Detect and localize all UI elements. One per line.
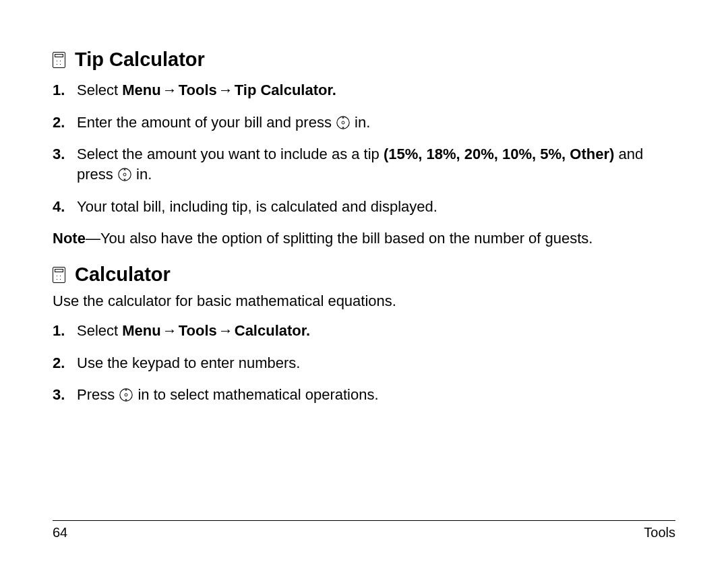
heading-text: Tip Calculator <box>75 49 205 71</box>
list-item: 3. Select the amount you want to include… <box>53 144 675 184</box>
list-item: 2. Use the keypad to enter numbers. <box>53 353 675 373</box>
heading-text: Calculator <box>75 263 171 286</box>
heading-calculator: Calculator <box>53 263 675 286</box>
arrow-icon: → <box>217 321 235 341</box>
tip-note: Note—You also have the option of splitti… <box>53 228 675 249</box>
list-item: 3. Press in to select mathematical opera… <box>53 385 675 405</box>
nav-key-icon <box>119 387 133 402</box>
step-text: Select the amount you want to include as… <box>77 144 675 184</box>
svg-point-5 <box>125 394 127 396</box>
calculator-intro: Use the calculator for basic mathematica… <box>53 291 675 311</box>
arrow-icon: → <box>217 80 235 100</box>
list-item: 1. Select Menu→Tools→Tip Calculator. <box>53 80 675 100</box>
tip-options: (15%, 18%, 20%, 10%, 5%, Other) <box>384 146 614 162</box>
step-text: Enter the amount of your bill and press … <box>77 113 675 133</box>
note-text: —You also have the option of splitting t… <box>86 230 593 247</box>
page-number: 64 <box>53 525 67 540</box>
page-footer: 64 Tools <box>53 520 675 540</box>
list-item: 4. Your total bill, including tip, is ca… <box>53 197 675 217</box>
nav-key-icon <box>336 115 351 130</box>
calculator-icon <box>53 267 65 283</box>
svg-point-1 <box>342 121 344 124</box>
step-number: 4. <box>53 197 77 217</box>
svg-point-3 <box>123 173 126 176</box>
footer-section: Tools <box>644 525 675 540</box>
step-text: Use the keypad to enter numbers. <box>77 353 675 373</box>
manual-page: Tip Calculator 1. Select Menu→Tools→Tip … <box>0 0 728 562</box>
step-number: 3. <box>53 385 77 405</box>
step-text: Press in to select mathematical operatio… <box>77 385 675 405</box>
step-number: 1. <box>53 321 77 341</box>
step-number: 3. <box>53 144 77 164</box>
note-label: Note <box>53 230 86 247</box>
list-item: 2. Enter the amount of your bill and pre… <box>53 113 675 133</box>
menu-path: Menu→Tools→Calculator. <box>122 322 310 339</box>
tip-steps-list: 1. Select Menu→Tools→Tip Calculator. 2. … <box>53 80 675 216</box>
step-text: Select Menu→Tools→Tip Calculator. <box>77 80 675 100</box>
arrow-icon: → <box>161 80 179 100</box>
step-number: 2. <box>53 353 77 373</box>
step-number: 2. <box>53 113 77 133</box>
step-text: Select Menu→Tools→Calculator. <box>77 321 675 341</box>
menu-path: Menu→Tools→Tip Calculator. <box>122 82 336 98</box>
calculator-icon <box>53 52 65 68</box>
arrow-icon: → <box>161 321 179 341</box>
calc-steps-list: 1. Select Menu→Tools→Calculator. 2. Use … <box>53 321 675 405</box>
step-number: 1. <box>53 80 77 100</box>
step-text: Your total bill, including tip, is calcu… <box>77 197 675 217</box>
list-item: 1. Select Menu→Tools→Calculator. <box>53 321 675 341</box>
nav-key-icon <box>117 167 132 182</box>
heading-tip-calculator: Tip Calculator <box>53 49 675 71</box>
